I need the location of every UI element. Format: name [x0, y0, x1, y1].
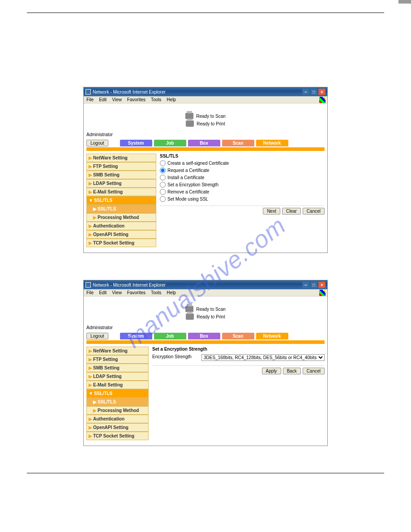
printer-icon — [186, 313, 194, 320]
sidebar-email[interactable]: ▶E-Mail Setting — [86, 188, 156, 196]
status-scan: Ready to Scan — [196, 114, 226, 119]
radio-request-cert[interactable] — [160, 167, 166, 173]
tab-box[interactable]: Box — [188, 140, 220, 146]
radio-set-mode-ssl[interactable] — [160, 196, 166, 202]
sidebar: ▶NetWare Setting ▶FTP Setting ▶SMB Setti… — [86, 154, 156, 247]
tab-system[interactable]: System — [120, 333, 152, 339]
sidebar-netware[interactable]: ▶NetWare Setting — [86, 154, 156, 162]
window-title: Network - Microsoft Internet Explorer — [93, 90, 166, 94]
menu-file[interactable]: File — [86, 97, 94, 102]
clear-button[interactable]: Clear — [282, 208, 301, 215]
sidebar-ldap[interactable]: ▶LDAP Setting — [86, 179, 156, 188]
scanner-icon — [185, 113, 193, 119]
menu-edit[interactable]: Edit — [99, 290, 107, 295]
sidebar-authentication[interactable]: ▶Authentication — [86, 415, 149, 423]
menu-tools[interactable]: Tools — [151, 290, 161, 295]
window-title: Network - Microsoft Internet Explorer — [93, 283, 166, 287]
menu-view[interactable]: View — [112, 290, 122, 295]
menu-file[interactable]: File — [86, 290, 94, 295]
windows-logo-icon — [319, 290, 326, 297]
page-top-rule — [27, 13, 384, 13]
administrator-label: Administrator — [86, 132, 325, 138]
tab-box[interactable]: Box — [188, 333, 220, 339]
menu-favorites[interactable]: Favorites — [127, 97, 146, 102]
status-print: Ready to Print — [197, 121, 225, 126]
tab-scan[interactable]: Scan — [222, 140, 254, 146]
sidebar-ssltls-item[interactable]: ▶SSL/TLS — [86, 398, 149, 406]
menu-edit[interactable]: Edit — [99, 97, 107, 102]
menu-help[interactable]: Help — [167, 97, 176, 102]
status-scan: Ready to Scan — [196, 307, 226, 312]
logout-button[interactable]: Logout — [86, 140, 108, 146]
tab-job[interactable]: Job — [154, 140, 186, 146]
close-button[interactable]: × — [318, 89, 325, 95]
radio-remove-cert[interactable] — [160, 189, 166, 195]
orange-bar — [86, 340, 325, 344]
page-corner-tab — [398, 0, 411, 4]
menu-tools[interactable]: Tools — [151, 97, 161, 102]
sidebar-tcp-socket[interactable]: ▶TCP Socket Setting — [86, 432, 149, 440]
sidebar-openapi[interactable]: ▶OpenAPI Setting — [86, 230, 156, 239]
sidebar-ssltls-category[interactable]: ▼SSL/TLS — [86, 196, 156, 205]
maximize-button[interactable]: □ — [310, 282, 317, 288]
cancel-button[interactable]: Cancel — [303, 368, 325, 374]
menu-help[interactable]: Help — [167, 290, 176, 295]
cancel-button[interactable]: Cancel — [303, 208, 325, 215]
sidebar-ftp[interactable]: ▶FTP Setting — [86, 355, 149, 364]
sidebar-processing-method[interactable]: ▶Processing Method — [86, 406, 149, 415]
menu-view[interactable]: View — [112, 97, 122, 102]
sidebar-tcp-socket[interactable]: ▶TCP Socket Setting — [86, 239, 156, 247]
administrator-label: Administrator — [86, 325, 325, 331]
sidebar-openapi[interactable]: ▶OpenAPI Setting — [86, 423, 149, 432]
sidebar-smb[interactable]: ▶SMB Setting — [86, 171, 156, 179]
windows-logo-icon — [319, 97, 326, 104]
radio-install-cert[interactable] — [160, 175, 166, 180]
menubar: File Edit View Favorites Tools Help — [84, 96, 327, 103]
tab-network[interactable]: Network — [256, 333, 288, 339]
pane-title-encryption: Set a Encryption Strength — [152, 347, 325, 352]
tab-scan[interactable]: Scan — [222, 333, 254, 339]
scanner-icon — [185, 306, 193, 312]
sidebar-authentication[interactable]: ▶Authentication — [86, 222, 156, 230]
tab-system[interactable]: System — [120, 140, 152, 146]
sidebar-smb[interactable]: ▶SMB Setting — [86, 364, 149, 372]
pane-title-ssltls: SSL/TLS — [160, 154, 325, 159]
printer-icon — [186, 120, 194, 127]
sidebar-email[interactable]: ▶E-Mail Setting — [86, 381, 149, 389]
menubar: File Edit View Favorites Tools Help — [84, 289, 327, 296]
menu-favorites[interactable]: Favorites — [127, 290, 146, 295]
back-button[interactable]: Back — [283, 368, 301, 374]
minimize-button[interactable]: – — [302, 282, 309, 288]
maximize-button[interactable]: □ — [310, 89, 317, 95]
window-titlebar: Network - Microsoft Internet Explorer – … — [84, 280, 327, 289]
encryption-strength-select[interactable]: 3DES_168bits, RC4_128bits, DES_56bits or… — [201, 354, 325, 361]
radio-create-cert[interactable] — [160, 160, 166, 166]
screenshot-window-1: Network - Microsoft Internet Explorer – … — [83, 87, 328, 253]
sidebar-ftp[interactable]: ▶FTP Setting — [86, 162, 156, 171]
apply-button[interactable]: Apply — [262, 368, 281, 374]
encryption-strength-label: Encryption Strength — [152, 354, 201, 361]
ie-icon — [86, 282, 91, 287]
radio-set-encryption[interactable] — [160, 182, 166, 188]
next-button[interactable]: Next — [263, 208, 280, 215]
status-print: Ready to Print — [197, 314, 225, 319]
sidebar-ldap[interactable]: ▶LDAP Setting — [86, 372, 149, 381]
sidebar-processing-method[interactable]: ▶Processing Method — [86, 213, 156, 222]
sidebar: ▶NetWare Setting ▶FTP Setting ▶SMB Setti… — [86, 347, 149, 440]
sidebar-ssltls-item[interactable]: ▶SSL/TLS — [86, 205, 156, 213]
sidebar-ssltls-category[interactable]: ▼SSL/TLS — [86, 389, 149, 398]
ie-icon — [86, 89, 91, 94]
logout-button[interactable]: Logout — [86, 333, 108, 339]
tab-network[interactable]: Network — [256, 140, 288, 146]
minimize-button[interactable]: – — [302, 89, 309, 95]
orange-bar — [86, 147, 325, 151]
tab-job[interactable]: Job — [154, 333, 186, 339]
window-titlebar: Network - Microsoft Internet Explorer – … — [84, 87, 327, 96]
page-bottom-rule — [27, 473, 384, 486]
sidebar-netware[interactable]: ▶NetWare Setting — [86, 347, 149, 355]
close-button[interactable]: × — [318, 282, 325, 288]
screenshot-window-2: Network - Microsoft Internet Explorer – … — [83, 280, 328, 446]
